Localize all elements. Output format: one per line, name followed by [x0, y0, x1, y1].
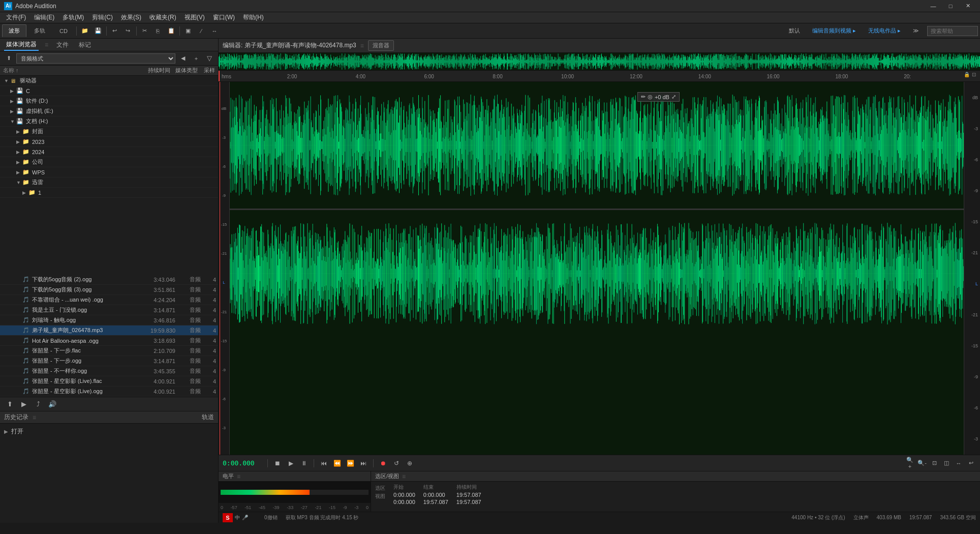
waveform-overview[interactable]: [219, 53, 980, 71]
tab-markers[interactable]: 标记: [77, 40, 93, 50]
toolbar-select[interactable]: ▣: [182, 25, 194, 37]
tree-drive-c[interactable]: ▶ 💾 C: [0, 86, 218, 96]
menu-help[interactable]: 帮助(H): [239, 12, 268, 23]
tab-waveform[interactable]: 波形: [2, 24, 26, 37]
toolbar-more[interactable]: ≫: [909, 26, 923, 35]
zoom-in-btn[interactable]: 🔍+: [905, 458, 915, 468]
file-item[interactable]: ▶ 📁 封面: [0, 127, 218, 137]
history-item[interactable]: ▶ 打开: [4, 426, 214, 437]
file-list-item[interactable]: 🎵 弟子规_童声朗_026478.mp3 19:59.830 音频 4: [0, 325, 218, 336]
tab-media-browser[interactable]: 媒体浏览器: [4, 39, 39, 51]
toolbar-cut[interactable]: ✂: [139, 25, 151, 37]
tab-files[interactable]: 文件: [54, 40, 71, 50]
file-item[interactable]: ▶ 📁 2024: [0, 147, 218, 157]
db-r6b: -6: [974, 405, 978, 410]
prev-mark-button[interactable]: ⏮: [318, 458, 329, 469]
toolbar-copy[interactable]: ⎘: [152, 25, 164, 37]
col-duration-header[interactable]: 持续时间: [135, 67, 170, 74]
file-list-item[interactable]: 🎵 我是土豆 - 门没锁.ogg 3:14.871 音频 4: [0, 305, 218, 315]
media-filter-btn[interactable]: ▽: [204, 53, 215, 64]
file-item[interactable]: ▼ 📁 迅雷: [0, 177, 218, 188]
ime-icon[interactable]: S: [223, 513, 233, 522]
media-export-btn[interactable]: ⤴: [33, 399, 44, 409]
stop-button[interactable]: ⏹: [272, 458, 283, 469]
play-button[interactable]: ▶: [285, 458, 296, 469]
zoom-out-btn[interactable]: 🔍-: [917, 458, 927, 468]
menu-file[interactable]: 文件(F): [2, 12, 30, 23]
svg-rect-2805: [903, 123, 903, 168]
col-rate-header[interactable]: 采样: [200, 67, 215, 74]
tree-drive-d[interactable]: ▶ 💾 软件 (D:): [0, 96, 218, 106]
file-item[interactable]: ▶ 📁 1: [0, 188, 218, 198]
tree-root[interactable]: ▼ 🖥 驱动器: [0, 76, 218, 86]
file-item[interactable]: ▶ 📁 公司: [0, 157, 218, 167]
col-name-header[interactable]: 名称 ↑: [3, 67, 133, 74]
file-list-item[interactable]: 🎵 张韶昱 - 不一样你.ogg 3:45.355 音频 4: [0, 366, 218, 376]
minimize-button[interactable]: —: [925, 1, 941, 11]
toolbar-razor[interactable]: ∕: [195, 25, 207, 37]
ruler-icon-1[interactable]: 🔒: [964, 72, 970, 77]
zoom-fit-btn[interactable]: ⊡: [929, 458, 939, 468]
tree-drive-e[interactable]: ▶ 💾 虚拟机 (E:): [0, 106, 218, 116]
file-list-item[interactable]: 🎵 张韶昱 - 星空影影 (Live).ogg 4:00.921 音频 4: [0, 387, 218, 397]
media-volume-btn[interactable]: 🔊: [47, 399, 58, 409]
tab-cd[interactable]: CD: [53, 25, 74, 37]
toolbar-undo[interactable]: ↩: [109, 25, 121, 37]
file-list-item[interactable]: 🎵 下载的5ogg音频 (2).ogg 3:43.046 音频 4: [0, 275, 218, 285]
toolbar-edit-audio[interactable]: 编辑音频到视频 ▸: [808, 26, 860, 36]
media-play-btn[interactable]: ▶: [18, 399, 29, 409]
loop-button[interactable]: ↺: [391, 458, 402, 469]
zoom-reset-btn[interactable]: ↩: [966, 458, 976, 468]
toolbar-redo[interactable]: ↪: [122, 25, 134, 37]
menu-window[interactable]: 窗口(W): [209, 12, 239, 23]
toolbar-default[interactable]: 默认: [785, 26, 804, 36]
forward-button[interactable]: ⏩: [345, 458, 356, 469]
menu-effects[interactable]: 效果(S): [117, 12, 145, 23]
svg-rect-4016: [772, 251, 773, 296]
maximize-button[interactable]: □: [942, 1, 959, 11]
waveform-area[interactable]: ✏ ◎ +0 dB ⤢ dB -3 -6 -9: [219, 82, 980, 455]
file-list-item[interactable]: 🎵 下载的5ogg音频 (3).ogg 3:51.861 音频 4: [0, 285, 218, 295]
timeline-ruler[interactable]: hms 2:00 4:00 6:00 8:00 10:00 12:00 14:0…: [219, 71, 980, 82]
toolbar-open[interactable]: 📁: [79, 25, 91, 37]
toolbar-radio[interactable]: 无线电作品 ▸: [864, 26, 905, 36]
file-list-item[interactable]: 🎵 Hot Air Balloon-aespa .ogg 3:18.693 音频…: [0, 336, 218, 346]
file-item[interactable]: ▶ 📁 2023: [0, 137, 218, 147]
media-next-btn[interactable]: +: [191, 53, 202, 64]
menu-view[interactable]: 视图(V): [180, 12, 209, 23]
media-upload-btn[interactable]: ⬆: [3, 53, 14, 64]
file-list-item[interactable]: 🎵 张韶昱 - 下一步.flac 2:10.709 音频 4: [0, 346, 218, 356]
toolbar-save[interactable]: 💾: [92, 25, 104, 37]
next-mark-button[interactable]: ⏭: [358, 458, 369, 469]
media-prev-btn[interactable]: ◀: [177, 53, 189, 64]
toolbar-paste[interactable]: 📋: [165, 25, 177, 37]
tree-drive-h[interactable]: ▼ 💾 文档 (H:): [0, 116, 218, 127]
menu-clip[interactable]: 剪辑(C): [88, 12, 117, 23]
punch-button[interactable]: ⊕: [404, 458, 415, 469]
close-button[interactable]: ✕: [960, 1, 976, 11]
file-list-item[interactable]: 🎵 张韶昱 - 下一步.ogg 3:14.871 音频 4: [0, 356, 218, 366]
media-import-btn[interactable]: ⬆: [4, 399, 15, 409]
file-list-item[interactable]: 🎵 刘瑞琦 - 触电.ogg 3:46.816 音频 4: [0, 315, 218, 325]
file-list-item[interactable]: 🎵 不靠谱组合 - ...uan wei) .ogg 4:24.204 音频 4: [0, 295, 218, 305]
ruler-icon-2[interactable]: ⊡: [972, 72, 976, 77]
file-item[interactable]: ▶ 📁 WPS: [0, 167, 218, 177]
zoom-sel-btn[interactable]: ◫: [941, 458, 952, 468]
svg-rect-499: [473, 58, 474, 66]
menu-multitrack[interactable]: 多轨(M): [58, 12, 88, 23]
pause-button[interactable]: ⏸: [298, 458, 310, 469]
zoom-full-btn[interactable]: ↔: [954, 458, 964, 468]
media-content-type[interactable]: 音频格式: [16, 53, 175, 64]
rewind-button[interactable]: ⏪: [331, 458, 343, 469]
search-input[interactable]: [927, 26, 978, 36]
toolbar-move[interactable]: ↔: [208, 25, 221, 37]
menu-favorites[interactable]: 收藏夹(R): [145, 12, 180, 23]
col-type-header[interactable]: 媒体类型: [172, 67, 198, 74]
tab-multitrack[interactable]: 多轨: [27, 24, 52, 37]
file-list-item[interactable]: 🎵 张韶昱 - 星空影影 (Live).flac 4:00.921 音频 4: [0, 376, 218, 387]
record-button[interactable]: ⏺: [378, 458, 389, 469]
editor-mixer-btn[interactable]: 混音器: [368, 40, 394, 51]
menu-edit[interactable]: 编辑(E): [30, 12, 58, 23]
svg-rect-1947: [455, 132, 456, 158]
svg-rect-35: [236, 57, 236, 66]
